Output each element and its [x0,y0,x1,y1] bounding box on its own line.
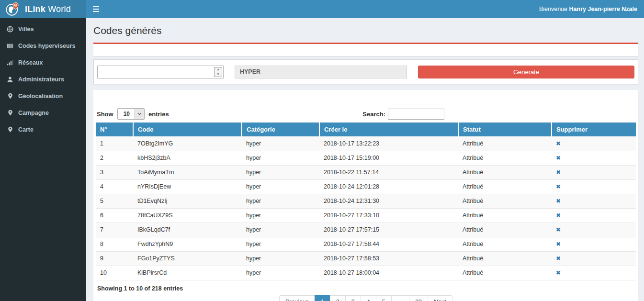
entries-summary: Showing 1 to 10 of 218 entries [97,285,636,292]
category-value: hyper [242,208,319,223]
code-value: tD1EvqNzIj [133,194,242,208]
sidebar-item-r-seaux[interactable]: Réseaux [0,54,86,71]
table-controls: Show 10 entries Search: [97,108,635,120]
codes-table: N°CodeCatégorieCréer leStatutSupprimer 1… [96,123,636,280]
status-value: Attribué [458,251,552,266]
status-value: Attribué [458,266,552,280]
column-header-statut[interactable]: Statut [458,123,552,136]
search-group: Search: [362,109,444,120]
spinner-down-icon[interactable]: ▼ [215,72,222,77]
sidebar-item-label: Administrateurs [18,76,64,83]
page-title: Codes générés [93,25,638,36]
column-header-n-[interactable]: N° [96,123,133,136]
globe-icon [6,26,14,33]
table-row: 678fCaUXZ9Shyper2018-10-27 17:33:10Attri… [96,208,636,223]
app-logo[interactable]: $ iLink World [0,0,86,18]
sidebar-item-carte[interactable]: Carte [0,121,86,138]
pagination-page-3[interactable]: 3 [345,295,361,301]
map-pin-icon [6,110,14,116]
created-at-value: 2018-10-17 15:19:00 [319,151,458,165]
user-name: Hanry Jean-pierre Nzale [569,6,637,12]
column-header-code[interactable]: Code [133,123,242,136]
delete-icon[interactable]: ✖ [552,208,636,223]
row-number: 8 [96,237,133,251]
delete-icon[interactable]: ✖ [552,194,636,208]
delete-icon[interactable]: ✖ [552,136,636,151]
entries-label: entries [148,111,169,118]
pagination-page-4[interactable]: 4 [361,295,376,301]
welcome-message: Bienvenue Hanry Jean-pierre Nzale [539,6,644,12]
sidebar-item-campagne[interactable]: Campagne [0,104,86,121]
sidebar-item-label: Codes hyperviseurs [18,43,76,49]
status-value: Attribué [458,136,552,151]
sidebar-item-label: Carte [18,126,34,133]
delete-icon[interactable]: ✖ [552,151,636,165]
table-row: 3ToAiMymaTmhyper2018-10-22 11:57:14Attri… [96,165,636,179]
sidebar-item-administrateurs[interactable]: Administrateurs [0,71,86,88]
page-length-select[interactable]: 10 [117,108,145,120]
delete-icon[interactable]: ✖ [552,251,636,266]
column-header-cr-er-le[interactable]: Créer le [319,123,458,136]
delete-icon[interactable]: ✖ [552,266,636,280]
row-number: 2 [96,151,133,165]
signal-bars-icon [6,59,14,66]
created-at-value: 2018-10-27 18:00:04 [319,266,458,280]
pagination-page-5[interactable]: 5 [376,295,392,301]
column-header-cat-gorie[interactable]: Catégorie [242,123,319,136]
code-value: 78fCaUXZ9S [133,208,242,223]
map-pin-icon [6,126,14,133]
code-value: 7OBtg2ImYG [133,136,242,151]
column-header-supprimer[interactable]: Supprimer [552,123,636,136]
code-value: KiBPirsrCd [133,266,242,280]
delete-icon[interactable]: ✖ [552,179,636,194]
quantity-stepper[interactable]: ▲ ▼ [97,66,224,78]
delete-icon[interactable]: ✖ [552,237,636,251]
pagination-next-button[interactable]: Next [428,295,452,301]
main-content: Codes générés ▲ ▼ Generate Show 10 entri… [86,18,644,301]
pagination-previous-button[interactable]: Previous [279,295,315,301]
status-value: Attribué [458,194,552,208]
brand-name: iLink World [25,4,71,14]
sidebar-toggle-hamburger-icon[interactable] [86,0,105,18]
spinner-up-icon[interactable]: ▲ [215,67,222,72]
category-value: hyper [242,194,319,208]
number-spinner[interactable]: ▲ ▼ [214,67,222,77]
status-value: Attribué [458,223,552,237]
table-row: 17OBtg2ImYGhyper2018-10-17 13:22:23Attri… [96,136,636,151]
pagination-page-22[interactable]: 22 [409,295,428,301]
category-value: hyper [242,151,319,165]
quantity-input[interactable] [98,66,214,78]
created-at-value: 2018-10-24 12:31:30 [319,194,458,208]
table-row: 2kbHS2j3zbAhyper2018-10-17 15:19:00Attri… [96,151,636,165]
delete-icon[interactable]: ✖ [552,165,636,179]
created-at-value: 2018-10-17 13:22:23 [319,136,458,151]
created-at-value: 2018-10-27 17:57:15 [319,223,458,237]
delete-icon[interactable]: ✖ [552,223,636,237]
sidebar-item-label: Géolocalisation [18,93,63,100]
sidebar-item-label: Villes [18,26,34,33]
category-value: hyper [242,179,319,194]
generate-button[interactable]: Generate [418,66,634,78]
table-row: 7IBkGLqdC7fhyper2018-10-27 17:57:15Attri… [96,223,636,237]
welcome-prefix: Bienvenue [539,6,567,12]
row-number: 4 [96,179,133,194]
search-input[interactable] [388,109,444,120]
status-value: Attribué [458,179,552,194]
created-at-value: 2018-10-27 17:58:44 [319,237,458,251]
chevron-down-icon [135,109,144,119]
sidebar-item-villes[interactable]: Villes [0,21,86,37]
barcode-icon [6,43,14,49]
created-at-value: 2018-10-24 12:01:28 [319,179,458,194]
pagination-page-2[interactable]: 2 [330,295,346,301]
code-value: IBkGLqdC7f [133,223,242,237]
row-number: 6 [96,208,133,223]
sidebar-menu: VillesCodes hyperviseursRéseauxAdministr… [0,21,86,138]
pagination-page-1[interactable]: 1 [315,295,330,301]
page-length-value: 10 [118,111,135,117]
table-row: 10KiBPirsrCdhyper2018-10-27 18:00:04Attr… [96,266,636,280]
sidebar-item-codes-hyperviseurs[interactable]: Codes hyperviseurs [0,37,86,54]
status-value: Attribué [458,208,552,223]
created-at-value: 2018-10-27 17:58:53 [319,251,458,266]
sidebar-item-g-olocalisation[interactable]: Géolocalisation [0,88,86,104]
category-value: hyper [242,223,319,237]
